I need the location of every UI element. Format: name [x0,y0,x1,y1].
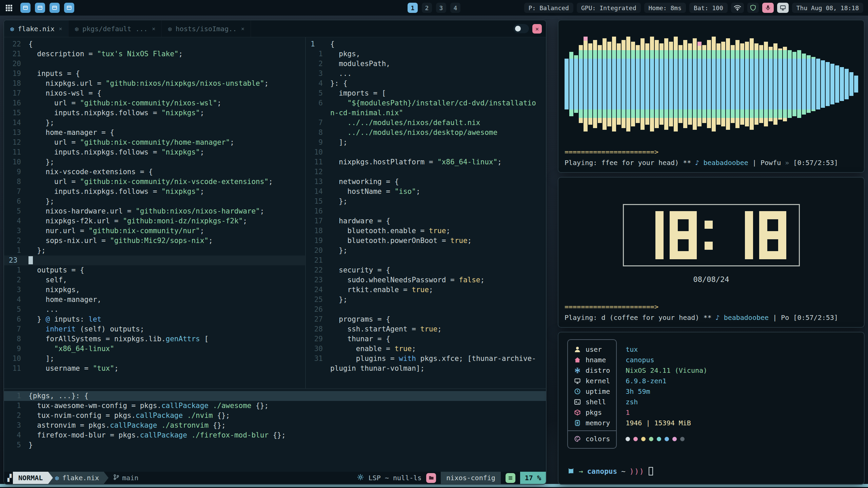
code-line: 16 url = "github:nix-community/nixos-wsl… [4,98,305,108]
wifi-icon[interactable] [731,3,744,13]
terminal-window[interactable]: userhnamedistrokerneluptimeshellpkgsmemo… [558,332,865,485]
code-line: 21 description = "tux's NixOS Flake"; [4,49,305,59]
code-line: 8 url = "github:nix-community/nix-vscode… [4,177,305,187]
project-name[interactable]: nixos-config [441,472,501,484]
terminal-cursor [649,467,653,475]
uptime-icon [574,388,581,395]
fetch-row: uptime [574,386,610,396]
pane-iso-image[interactable]: 1{1 pkgs,2 modulesPath,3 ...4}: {5 impor… [306,37,546,388]
code-line: 2 self, [4,275,305,285]
now-playing: Playing: d (coffee for your head) ** ♪ b… [558,313,864,327]
code-line: 19 inputs = { [4,69,305,79]
tab-flake-nix[interactable]: ❆ flake.nix ✕ [4,20,68,37]
clock-window: 08/08/24 ======================> Playing… [558,177,865,328]
code-line: 14 }; [4,118,305,128]
visualizer-bars [565,33,858,135]
palette-icon [574,435,581,442]
pane-pkgs-default[interactable]: 1{pkgs, ...}: {1 tux-awesome-wm-config =… [4,388,546,472]
tag-4[interactable]: 4 [450,3,460,13]
editor-body: 22{21 description = "tux's NixOS Flake";… [4,37,546,484]
fetch-value: zsh [626,397,707,407]
tab-label: flake.nix [18,25,54,33]
code-line: 30 enable = true; [306,344,546,354]
tab-hosts-isoimage[interactable]: ❆ hosts/isoImag.. ✕ [162,20,251,37]
shell-prompt[interactable]: → canopus ~ ))) [567,467,653,476]
statusline: ▞ NORMAL ❆ flake.nix main LSP ~ null-ls … [4,472,546,484]
tag-3[interactable]: 3 [436,3,446,13]
code-line: 11 inputs.nixpkgs.follows = "nixpkgs"; [4,147,305,157]
folder-icon [426,473,436,483]
tab-label: hosts/isoImag.. [176,25,237,33]
code-line: 8 forAllSystems = nixpkgs.lib.genAttrs [ [4,334,305,344]
code-line: 4 firefox-mod-blur = pkgs.callPackage ./… [4,430,546,440]
digital-clock [623,204,800,266]
tab-close-icon[interactable]: ✕ [241,25,244,32]
code-line: 31 plugins = with pkgs.xfce; [thunar-arc… [306,354,546,364]
datetime-chip[interactable]: Thu Aug 08, 18:18 [792,3,863,13]
fetch-info-box: userhnamedistrokerneluptimeshellpkgsmemo… [567,339,617,449]
code-line: 12 url = "github:nix-community/home-mana… [4,138,305,147]
code-line: 3 nixpkgs, [4,285,305,295]
code-line: 20 [4,59,305,69]
microphone-icon[interactable] [762,3,774,13]
tag-1[interactable]: 1 [408,3,418,13]
tab-close-icon[interactable]: ✕ [59,25,62,32]
tray-app-icon[interactable] [35,3,45,13]
code-line: 1{pkgs, ...}: { [4,391,546,401]
code-line: 26 [306,305,546,314]
lines-icon [506,473,515,483]
code-line: 6 "${modulesPath}/installer/cd-dvd/insta… [306,98,546,108]
tag-2[interactable]: 2 [422,3,432,13]
prompt-os-icon [567,467,575,476]
code-line: 17 nixos-wsl = { [4,88,305,98]
fetch-row: pkgs [574,407,610,418]
tray-app-icon[interactable] [20,3,31,13]
code-line: 24 rtkit.enable = true; [306,285,546,295]
tab-label: pkgs/default ... [82,25,148,33]
tab-pkgs-default[interactable]: ❆ pkgs/default ... ✕ [68,20,162,37]
code-line: 14 hostName = "iso"; [306,187,546,197]
code-line: 17 hardware = { [306,216,546,226]
battery-chip[interactable]: Bat: 100 [689,3,728,13]
code-line: 10 }; [4,157,305,167]
latency-chip[interactable]: Home: 8ms [644,3,686,13]
window-close-button[interactable]: ✕ [532,24,542,34]
tray-app-icon[interactable] [64,3,74,13]
display-icon[interactable] [777,3,789,13]
git-branch-icon [113,474,119,482]
app-launcher-icon[interactable] [5,4,13,12]
shield-icon[interactable] [747,3,759,13]
lsp-gear-icon [357,474,364,482]
prompt-chevrons: ))) [630,467,645,475]
code-line: 9 "x86_64-linux" [4,344,305,354]
code-line: 3 nur.url = "github:nix-community/nur"; [4,226,305,236]
nix-snowflake-icon: ❆ [75,25,78,33]
home-icon [574,357,581,363]
git-branch[interactable]: main [108,472,143,484]
tab-close-icon[interactable]: ✕ [152,25,156,32]
statusline-filename: ❆ flake.nix [53,472,104,484]
nix-snowflake-icon: ❆ [55,474,59,482]
code-line: 3 ... [306,69,546,79]
toggle-pill-button[interactable] [513,24,529,33]
code-line: 18 nixpkgs.url = "github:nixos/nixpkgs/n… [4,79,305,88]
code-line: 8 ../../modules/nixos/desktop/awesome [306,128,546,138]
pane-flake-nix[interactable]: 22{21 description = "tux's NixOS Flake";… [4,37,306,388]
code-line: 15 inputs.nixpkgs.follows = "nixpkgs"; [4,108,305,118]
code-line: 22 security = { [306,265,546,275]
code-line: 25 }; [306,295,546,305]
code-line: 4 home-manager, [4,295,305,305]
tray-app-icon[interactable] [50,3,60,13]
power-profile-chip[interactable]: P: Balanced [524,3,573,13]
fetch-row: user [574,344,610,354]
code-line: 19 bluetooth.powerOnBoot = true; [306,236,546,246]
code-line: 23 [4,256,305,265]
code-line: n-cd-minimal.nix" [306,108,546,118]
code-line: 5} [4,440,546,450]
code-line: 2 tux-nvim-config = pkgs.callPackage ./n… [4,411,546,421]
shell-icon [574,399,581,405]
fetch-colors-row: colors [574,433,610,444]
gpu-chip[interactable]: GPU: Integrated [577,3,641,13]
code-line: 5 ... [4,305,305,314]
code-line: 6 }; [4,197,305,206]
